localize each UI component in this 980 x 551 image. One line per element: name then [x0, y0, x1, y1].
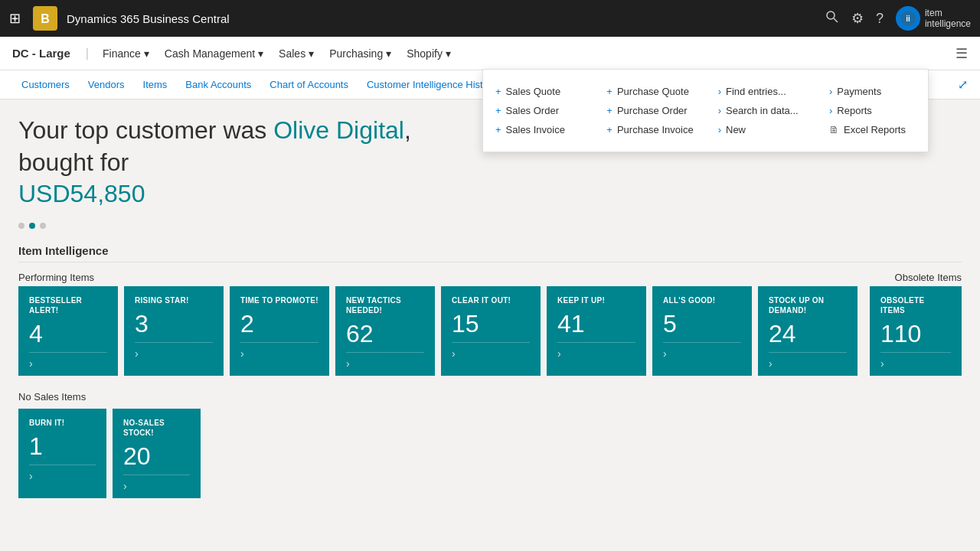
nav-customers[interactable]: Customers [12, 70, 79, 99]
nav-chart-of-accounts[interactable]: Chart of Accounts [260, 70, 358, 99]
svg-text:ii: ii [906, 15, 910, 23]
tile-value: 62 [346, 321, 424, 346]
hero-amount: USD54,850 [18, 180, 145, 207]
search-data-label: Search in data... [726, 105, 799, 116]
hero-text: Your top customer was Olive Digital, bou… [18, 115, 416, 229]
svg-line-3 [834, 18, 838, 22]
cash-management-menu[interactable]: Cash Management ▾ [157, 37, 271, 70]
tile-label: BURN IT! [29, 418, 96, 428]
carousel-dot-1[interactable] [18, 223, 24, 229]
tile-keep-it-up[interactable]: KEEP IT UP! 41 › [547, 286, 646, 376]
no-sales-section: No Sales Items BURN IT! 1 › NO-SALES STO… [18, 391, 962, 498]
payments-label: Payments [837, 86, 881, 97]
tile-stock-up[interactable]: STOCK UP ON DEMAND! 24 › [758, 286, 858, 376]
performing-items-label: Performing Items [18, 272, 94, 283]
sales-invoice-item[interactable]: + Sales Invoice [495, 120, 582, 139]
excel-reports-label: Excel Reports [844, 124, 906, 135]
purchase-invoice-item[interactable]: + Purchase Invoice [606, 120, 693, 139]
plus-icon: + [495, 105, 501, 116]
top-nav-icons: ⚙ ? ii itemintelligence [825, 6, 971, 31]
item-intelligence-branding: ii itemintelligence [896, 6, 971, 31]
plus-icon: + [606, 105, 612, 116]
tile-arrow-icon: › [135, 342, 213, 360]
tile-value: 41 [557, 311, 635, 336]
hero-prefix: Your top customer was [18, 116, 273, 144]
new-item[interactable]: › New [718, 120, 805, 139]
new-label: New [726, 124, 746, 135]
tile-new-tactics[interactable]: NEW TACTICS NEEDED! 62 › [335, 286, 435, 376]
tile-value: 4 [29, 321, 107, 346]
purchase-order-item[interactable]: + Purchase Order [606, 101, 693, 120]
tile-obsolete[interactable]: OBSOLETE ITEMS 110 › [870, 286, 962, 376]
main-content: Your top customer was Olive Digital, bou… [0, 99, 980, 551]
purchase-quote-item[interactable]: + Purchase Quote [606, 82, 693, 101]
chevron-down-icon: ▾ [309, 47, 314, 60]
nav-vendors[interactable]: Vendors [79, 70, 134, 99]
item-intel-icon: ii [896, 6, 920, 31]
hamburger-menu-icon[interactable]: ☰ [956, 46, 968, 61]
finance-menu[interactable]: Finance ▾ [95, 37, 157, 70]
settings-icon[interactable]: ⚙ [851, 10, 864, 27]
payments-item[interactable]: › Payments [829, 82, 916, 101]
tile-label: TIME TO PROMOTE! [240, 295, 318, 305]
tile-label: RISING STAR! [135, 295, 213, 305]
reports-label: Reports [837, 105, 872, 116]
dropdown-col-1: + Sales Quote + Sales Order + Sales Invo… [483, 76, 594, 145]
carousel-dots [18, 223, 416, 229]
carousel-dot-2[interactable] [29, 223, 35, 229]
chevron-down-icon: ▾ [258, 47, 263, 60]
company-navigation: DC - Large | Finance ▾ Cash Management ▾… [0, 37, 980, 70]
purchase-quote-label: Purchase Quote [617, 86, 689, 97]
sales-quote-item[interactable]: + Sales Quote [495, 82, 582, 101]
company-name: DC - Large [12, 47, 70, 60]
purchase-invoice-label: Purchase Invoice [617, 124, 694, 135]
nav-bank-accounts[interactable]: Bank Accounts [176, 70, 260, 99]
tile-arrow-icon: › [29, 352, 107, 370]
tile-no-sales-stock[interactable]: NO-SALES STOCK! 20 › [113, 409, 201, 498]
find-entries-item[interactable]: › Find entries... [718, 82, 805, 101]
tile-label: NO-SALES STOCK! [123, 418, 190, 438]
shopify-menu[interactable]: Shopify ▾ [399, 37, 459, 70]
purchasing-menu[interactable]: Purchasing ▾ [322, 37, 399, 70]
find-entries-label: Find entries... [726, 86, 786, 97]
tile-arrow-icon: › [880, 352, 951, 370]
tile-arrow-icon: › [557, 342, 635, 360]
tile-arrow-icon: › [769, 352, 847, 370]
tile-value: 3 [135, 311, 213, 336]
tile-alls-good[interactable]: ALL'S GOOD! 5 › [652, 286, 752, 376]
sales-order-item[interactable]: + Sales Order [495, 101, 582, 120]
arrow-icon: › [829, 105, 832, 116]
waffle-icon[interactable]: ⊞ [9, 10, 21, 27]
dropdown-menu: + Sales Quote + Sales Order + Sales Invo… [482, 69, 929, 152]
sales-order-label: Sales Order [506, 105, 559, 116]
plus-icon: + [495, 86, 501, 97]
tile-time-to-promote[interactable]: TIME TO PROMOTE! 2 › [230, 286, 329, 376]
tile-label: BESTSELLER ALERT! [29, 295, 107, 315]
plus-icon: + [606, 86, 612, 97]
nav-items[interactable]: Items [134, 70, 177, 99]
tile-arrow-icon: › [29, 465, 96, 482]
tile-label: OBSOLETE ITEMS [880, 295, 951, 315]
search-icon[interactable] [825, 10, 839, 28]
carousel-dot-3[interactable] [40, 223, 46, 229]
help-icon[interactable]: ? [876, 11, 884, 27]
arrow-icon: › [829, 86, 832, 97]
expand-icon[interactable]: ⤢ [958, 77, 968, 92]
excel-reports-item[interactable]: 🗎 Excel Reports [829, 120, 916, 139]
chevron-down-icon: ▾ [386, 47, 391, 60]
tile-burn-it[interactable]: BURN IT! 1 › [18, 409, 106, 498]
tile-arrow-icon: › [240, 342, 318, 360]
sales-invoice-label: Sales Invoice [506, 124, 565, 135]
hero-customer-name: Olive Digital [273, 116, 404, 144]
search-data-item[interactable]: › Search in data... [718, 101, 805, 120]
arrow-icon: › [718, 124, 721, 135]
svg-point-2 [827, 11, 835, 19]
reports-item[interactable]: › Reports [829, 101, 916, 120]
tile-label: KEEP IT UP! [557, 295, 635, 305]
sales-menu[interactable]: Sales ▾ [271, 37, 322, 70]
tile-clear-it-out[interactable]: CLEAR IT OUT! 15 › [441, 286, 541, 376]
plus-icon: + [495, 124, 501, 135]
tile-rising-star[interactable]: RISING STAR! 3 › [124, 286, 224, 376]
tile-bestseller[interactable]: BESTSELLER ALERT! 4 › [18, 286, 118, 376]
dropdown-col-4: › Payments › Reports 🗎 Excel Reports [817, 76, 928, 145]
